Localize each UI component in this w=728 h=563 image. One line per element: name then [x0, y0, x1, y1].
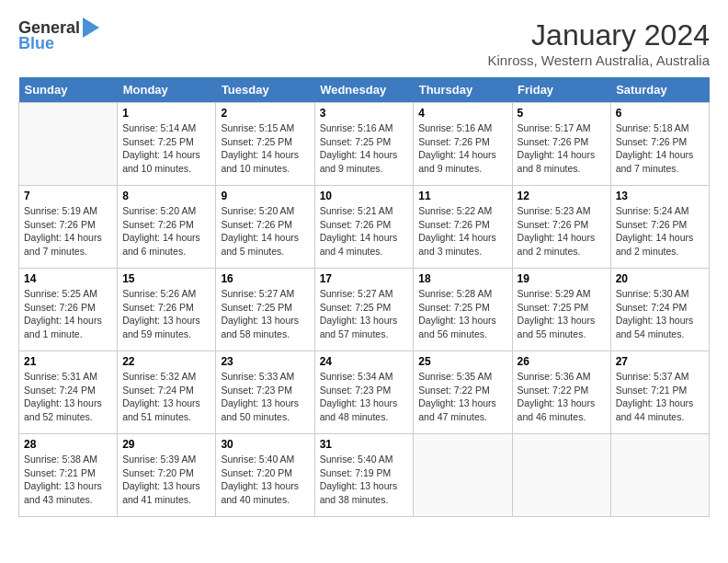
logo-blue-text: Blue — [18, 34, 54, 53]
day-info: Sunrise: 5:23 AM Sunset: 7:26 PM Dayligh… — [518, 204, 606, 259]
day-number: 3 — [320, 107, 409, 120]
calendar-cell: 24Sunrise: 5:34 AM Sunset: 7:23 PM Dayli… — [314, 351, 414, 434]
day-number: 10 — [320, 190, 409, 202]
col-header-wednesday: Wednesday — [314, 77, 414, 103]
day-info: Sunrise: 5:20 AM Sunset: 7:26 PM Dayligh… — [221, 204, 309, 259]
day-info: Sunrise: 5:27 AM Sunset: 7:25 PM Dayligh… — [320, 287, 409, 341]
day-info: Sunrise: 5:38 AM Sunset: 7:21 PM Dayligh… — [24, 453, 112, 507]
col-header-thursday: Thursday — [414, 77, 512, 103]
month-title: January 2024 — [488, 18, 711, 52]
day-number: 30 — [221, 438, 309, 451]
calendar-cell: 12Sunrise: 5:23 AM Sunset: 7:26 PM Dayli… — [512, 186, 610, 269]
day-info: Sunrise: 5:17 AM Sunset: 7:26 PM Dayligh… — [518, 121, 606, 176]
day-number: 6 — [616, 107, 704, 120]
calendar-cell — [512, 434, 610, 517]
day-info: Sunrise: 5:15 AM Sunset: 7:25 PM Dayligh… — [221, 121, 309, 176]
day-info: Sunrise: 5:35 AM Sunset: 7:22 PM Dayligh… — [418, 370, 506, 424]
day-info: Sunrise: 5:14 AM Sunset: 7:25 PM Dayligh… — [122, 121, 210, 176]
calendar-cell: 9Sunrise: 5:20 AM Sunset: 7:26 PM Daylig… — [216, 186, 314, 269]
calendar-cell — [414, 434, 512, 517]
day-number: 26 — [518, 355, 606, 368]
day-number: 7 — [24, 190, 112, 202]
day-info: Sunrise: 5:32 AM Sunset: 7:24 PM Dayligh… — [122, 370, 210, 424]
day-number: 12 — [518, 190, 606, 202]
day-info: Sunrise: 5:28 AM Sunset: 7:25 PM Dayligh… — [418, 287, 506, 341]
day-info: Sunrise: 5:31 AM Sunset: 7:24 PM Dayligh… — [24, 370, 112, 424]
calendar-cell: 27Sunrise: 5:37 AM Sunset: 7:21 PM Dayli… — [610, 351, 709, 434]
day-info: Sunrise: 5:37 AM Sunset: 7:21 PM Dayligh… — [616, 370, 704, 424]
day-info: Sunrise: 5:19 AM Sunset: 7:26 PM Dayligh… — [24, 204, 112, 259]
day-number: 1 — [122, 107, 210, 120]
day-number: 5 — [518, 107, 606, 120]
day-number: 20 — [616, 272, 704, 285]
day-number: 19 — [518, 272, 606, 285]
day-number: 8 — [122, 190, 210, 202]
location-text: Kinross, Western Australia, Australia — [488, 52, 711, 68]
calendar-cell: 10Sunrise: 5:21 AM Sunset: 7:26 PM Dayli… — [314, 186, 414, 269]
calendar-cell: 20Sunrise: 5:30 AM Sunset: 7:24 PM Dayli… — [610, 269, 709, 351]
day-info: Sunrise: 5:33 AM Sunset: 7:23 PM Dayligh… — [221, 370, 309, 424]
calendar-cell: 3Sunrise: 5:16 AM Sunset: 7:25 PM Daylig… — [314, 103, 414, 186]
day-info: Sunrise: 5:26 AM Sunset: 7:26 PM Dayligh… — [122, 287, 210, 341]
day-number: 27 — [616, 355, 704, 368]
calendar-cell: 1Sunrise: 5:14 AM Sunset: 7:25 PM Daylig… — [118, 103, 216, 186]
day-info: Sunrise: 5:16 AM Sunset: 7:26 PM Dayligh… — [418, 121, 506, 176]
svg-marker-0 — [83, 17, 99, 38]
day-info: Sunrise: 5:16 AM Sunset: 7:25 PM Dayligh… — [320, 121, 409, 176]
day-number: 25 — [418, 355, 506, 368]
day-number: 14 — [24, 272, 112, 285]
day-number: 11 — [418, 190, 506, 202]
day-info: Sunrise: 5:18 AM Sunset: 7:26 PM Dayligh… — [616, 121, 704, 176]
day-number: 31 — [320, 438, 409, 451]
calendar-cell — [610, 434, 709, 517]
calendar-cell: 29Sunrise: 5:39 AM Sunset: 7:20 PM Dayli… — [118, 434, 216, 517]
day-number: 2 — [221, 107, 309, 120]
calendar-cell: 30Sunrise: 5:40 AM Sunset: 7:20 PM Dayli… — [216, 434, 314, 517]
day-info: Sunrise: 5:40 AM Sunset: 7:20 PM Dayligh… — [221, 453, 309, 507]
calendar-cell: 2Sunrise: 5:15 AM Sunset: 7:25 PM Daylig… — [216, 103, 314, 186]
calendar-cell: 14Sunrise: 5:25 AM Sunset: 7:26 PM Dayli… — [19, 269, 118, 351]
calendar-cell: 25Sunrise: 5:35 AM Sunset: 7:22 PM Dayli… — [414, 351, 512, 434]
day-number: 29 — [122, 438, 210, 451]
calendar-week-row: 1Sunrise: 5:14 AM Sunset: 7:25 PM Daylig… — [19, 103, 710, 186]
calendar-cell: 8Sunrise: 5:20 AM Sunset: 7:26 PM Daylig… — [118, 186, 216, 269]
day-info: Sunrise: 5:27 AM Sunset: 7:25 PM Dayligh… — [221, 287, 309, 341]
day-number: 4 — [418, 107, 506, 120]
calendar-week-row: 14Sunrise: 5:25 AM Sunset: 7:26 PM Dayli… — [19, 269, 710, 351]
day-info: Sunrise: 5:20 AM Sunset: 7:26 PM Dayligh… — [122, 204, 210, 259]
calendar-table: SundayMondayTuesdayWednesdayThursdayFrid… — [18, 77, 710, 517]
day-info: Sunrise: 5:22 AM Sunset: 7:26 PM Dayligh… — [418, 204, 506, 259]
calendar-cell: 16Sunrise: 5:27 AM Sunset: 7:25 PM Dayli… — [216, 269, 314, 351]
calendar-cell: 13Sunrise: 5:24 AM Sunset: 7:26 PM Dayli… — [610, 186, 709, 269]
day-number: 17 — [320, 272, 409, 285]
day-info: Sunrise: 5:40 AM Sunset: 7:19 PM Dayligh… — [320, 453, 409, 507]
day-number: 16 — [221, 272, 309, 285]
calendar-cell: 7Sunrise: 5:19 AM Sunset: 7:26 PM Daylig… — [19, 186, 118, 269]
calendar-cell: 5Sunrise: 5:17 AM Sunset: 7:26 PM Daylig… — [512, 103, 610, 186]
calendar-cell: 15Sunrise: 5:26 AM Sunset: 7:26 PM Dayli… — [118, 269, 216, 351]
calendar-week-row: 21Sunrise: 5:31 AM Sunset: 7:24 PM Dayli… — [19, 351, 710, 434]
day-info: Sunrise: 5:39 AM Sunset: 7:20 PM Dayligh… — [122, 453, 210, 507]
page-header: General Blue January 2024 Kinross, Weste… — [18, 18, 710, 68]
col-header-friday: Friday — [512, 77, 610, 103]
day-info: Sunrise: 5:24 AM Sunset: 7:26 PM Dayligh… — [616, 204, 704, 259]
calendar-header-row: SundayMondayTuesdayWednesdayThursdayFrid… — [19, 77, 710, 103]
calendar-cell: 6Sunrise: 5:18 AM Sunset: 7:26 PM Daylig… — [610, 103, 709, 186]
day-info: Sunrise: 5:34 AM Sunset: 7:23 PM Dayligh… — [320, 370, 409, 424]
day-info: Sunrise: 5:36 AM Sunset: 7:22 PM Dayligh… — [518, 370, 606, 424]
day-number: 9 — [221, 190, 309, 202]
day-number: 28 — [24, 438, 112, 451]
calendar-cell: 11Sunrise: 5:22 AM Sunset: 7:26 PM Dayli… — [414, 186, 512, 269]
calendar-week-row: 7Sunrise: 5:19 AM Sunset: 7:26 PM Daylig… — [19, 186, 710, 269]
col-header-monday: Monday — [118, 77, 216, 103]
day-info: Sunrise: 5:30 AM Sunset: 7:24 PM Dayligh… — [616, 287, 704, 341]
logo: General Blue — [18, 18, 99, 53]
calendar-cell: 17Sunrise: 5:27 AM Sunset: 7:25 PM Dayli… — [314, 269, 414, 351]
calendar-cell: 22Sunrise: 5:32 AM Sunset: 7:24 PM Dayli… — [118, 351, 216, 434]
calendar-week-row: 28Sunrise: 5:38 AM Sunset: 7:21 PM Dayli… — [19, 434, 710, 517]
calendar-cell: 21Sunrise: 5:31 AM Sunset: 7:24 PM Dayli… — [19, 351, 118, 434]
day-number: 22 — [122, 355, 210, 368]
calendar-cell: 19Sunrise: 5:29 AM Sunset: 7:25 PM Dayli… — [512, 269, 610, 351]
day-number: 21 — [24, 355, 112, 368]
calendar-cell: 4Sunrise: 5:16 AM Sunset: 7:26 PM Daylig… — [414, 103, 512, 186]
